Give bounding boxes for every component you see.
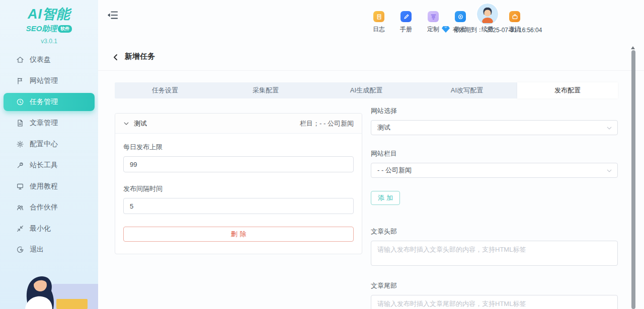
site-select-value: 测试 — [377, 123, 390, 132]
article-header-textarea[interactable] — [371, 241, 618, 266]
logout-icon — [16, 246, 24, 254]
tutorial-icon — [455, 11, 466, 22]
header-divider — [98, 70, 644, 71]
add-button[interactable]: 添加 — [371, 191, 400, 205]
invite-icon — [509, 11, 520, 22]
sidebar-item-minimize[interactable]: 最小化 — [4, 220, 95, 238]
quick-link-label: 日志 — [373, 25, 385, 34]
tab-collection-config[interactable]: 采集配置 — [215, 82, 316, 98]
quick-link-label: 定制 — [427, 25, 439, 34]
page-title: 新增任务 — [125, 52, 155, 61]
sidebar-item-label: 合作伙伴 — [30, 203, 58, 212]
interval-input[interactable] — [123, 198, 354, 214]
clock-icon — [16, 98, 24, 106]
home-icon — [16, 56, 24, 64]
quick-link-manual[interactable]: 手册 — [393, 11, 419, 34]
site-select[interactable]: 测试 — [371, 120, 618, 135]
sidebar: AI智能 SEO助理软件 v3.0.1 仪表盘 网站管理 任务管理 文章管理 — [0, 0, 98, 309]
sidebar-item-label: 仪表盘 — [30, 55, 51, 64]
sidebar-item-logout[interactable]: 退出 — [4, 241, 95, 259]
task-card-column-info: 栏目；- - 公司新闻 — [300, 119, 354, 128]
logo-badge: 软件 — [58, 25, 72, 33]
tab-ai-generation-config[interactable]: AI生成配置 — [316, 82, 417, 98]
app-window: AI智能 SEO助理软件 v3.0.1 仪表盘 网站管理 任务管理 文章管理 — [0, 0, 644, 309]
delete-button[interactable]: 删除 — [123, 227, 354, 242]
site-select-label: 网站选择 — [371, 107, 618, 116]
sidebar-illustration — [0, 259, 98, 309]
task-card: 测试 栏目；- - 公司新闻 每日发布上限 发布间隔时间 删除 — [115, 113, 362, 254]
sidebar-item-partners[interactable]: 合作伙伴 — [4, 198, 95, 217]
article-footer-textarea[interactable] — [371, 295, 618, 309]
logo-subtitle-text: SEO助理 — [26, 24, 57, 33]
scrollbar-thumb[interactable] — [631, 50, 635, 309]
sidebar-item-tutorials[interactable]: 使用教程 — [4, 177, 95, 195]
app-logo: AI智能 SEO助理软件 v3.0.1 — [0, 0, 98, 45]
sidebar-item-articles[interactable]: 文章管理 — [4, 114, 95, 132]
tab-task-settings[interactable]: 任务设置 — [115, 82, 215, 98]
publish-form: 网站选择 测试 网站栏目 - - 公司新闻 添加 文章头部 文章尾部 — [371, 100, 618, 309]
sidebar-item-label: 最小化 — [30, 224, 51, 233]
user-avatar[interactable] — [477, 4, 498, 25]
partners-icon — [16, 203, 24, 212]
sidebar-item-websites[interactable]: 网站管理 — [4, 72, 95, 90]
main-content: 新增任务 任务设置 采集配置 AI生成配置 AI改写配置 发布配置 测试 栏目；… — [98, 0, 644, 309]
monitor-icon — [16, 182, 24, 190]
config-tabs: 任务设置 采集配置 AI生成配置 AI改写配置 发布配置 — [115, 82, 618, 98]
sidebar-item-label: 任务管理 — [30, 97, 58, 107]
sidebar-item-dashboard[interactable]: 仪表盘 — [4, 51, 95, 69]
chevron-down-icon — [606, 125, 612, 133]
manual-icon — [400, 11, 412, 22]
column-select[interactable]: - - 公司新闻 — [371, 163, 618, 178]
logo-title: AI智能 — [0, 5, 98, 23]
document-icon — [16, 119, 24, 127]
chevron-down-icon — [606, 168, 612, 175]
task-card-body: 每日发布上限 发布间隔时间 删除 — [115, 134, 362, 242]
gear-icon — [16, 140, 24, 148]
interval-label: 发布间隔时间 — [123, 184, 354, 193]
flag-icon — [16, 77, 24, 85]
validity-value: 2025-07-31 16:56:04 — [486, 27, 542, 34]
logo-subtitle: SEO助理软件 — [0, 24, 98, 34]
diamond-icon — [442, 26, 450, 34]
daily-limit-label: 每日发布上限 — [123, 143, 354, 152]
custom-icon — [428, 11, 439, 22]
sidebar-item-label: 站长工具 — [30, 161, 58, 170]
quick-link-logs[interactable]: 日志 — [366, 11, 392, 34]
license-validity: 有效期到： 2025-07-31 16:56:04 — [442, 26, 542, 34]
task-card-title: 测试 — [134, 119, 147, 128]
column-select-label: 网站栏目 — [371, 149, 618, 158]
back-icon[interactable] — [112, 53, 120, 61]
sidebar-item-label: 退出 — [30, 245, 44, 254]
chevron-down-icon — [123, 121, 129, 127]
minimize-icon — [16, 225, 24, 233]
tab-ai-rewrite-config[interactable]: AI改写配置 — [417, 82, 517, 98]
article-footer-label: 文章尾部 — [371, 281, 618, 290]
daily-limit-input[interactable] — [123, 156, 354, 172]
sidebar-item-config-center[interactable]: 配置中心 — [4, 135, 95, 153]
sidebar-item-label: 使用教程 — [30, 182, 58, 191]
scrollbar-up-arrow[interactable] — [631, 46, 635, 49]
wrench-icon — [16, 161, 24, 169]
sidebar-collapse-icon[interactable] — [107, 10, 118, 20]
validity-label: 有效期到： — [453, 26, 483, 34]
article-header-label: 文章头部 — [371, 227, 618, 236]
sidebar-item-label: 文章管理 — [30, 119, 58, 128]
sidebar-item-webmaster-tools[interactable]: 站长工具 — [4, 156, 95, 174]
tab-publish-config[interactable]: 发布配置 — [517, 82, 618, 98]
sidebar-item-label: 配置中心 — [30, 140, 58, 149]
app-version: v3.0.1 — [0, 38, 98, 45]
sidebar-item-label: 网站管理 — [30, 76, 58, 85]
sidebar-item-tasks[interactable]: 任务管理 — [4, 93, 95, 111]
task-card-header[interactable]: 测试 栏目；- - 公司新闻 — [115, 114, 362, 134]
quick-link-label: 手册 — [400, 25, 412, 34]
column-select-value: - - 公司新闻 — [377, 166, 412, 175]
sidebar-nav: 仪表盘 网站管理 任务管理 文章管理 配置中心 站长工具 — [0, 51, 98, 259]
logs-icon — [373, 11, 384, 22]
page-header: 新增任务 — [98, 48, 644, 70]
